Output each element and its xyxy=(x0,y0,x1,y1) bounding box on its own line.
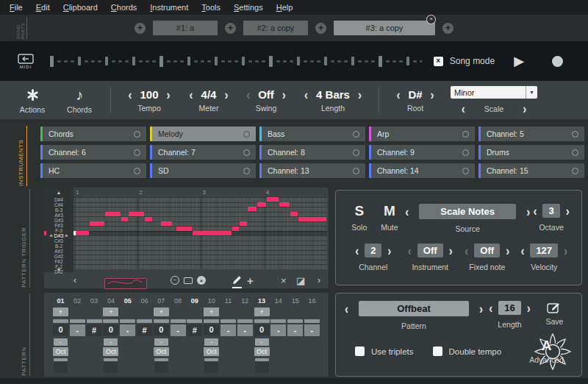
step-note-up-button[interactable]: + xyxy=(254,307,270,316)
step-octave-button[interactable]: Oct xyxy=(103,347,118,356)
add-part-button[interactable]: + xyxy=(442,23,453,34)
step-accent-bar[interactable] xyxy=(171,319,186,323)
octave-increase-icon[interactable]: › xyxy=(566,204,570,218)
part-tab-1[interactable]: #1: a xyxy=(153,21,218,35)
tempo-decrease-icon[interactable]: ‹ xyxy=(128,88,132,102)
step-note-up-button[interactable]: + xyxy=(53,307,68,316)
step-value[interactable]: # xyxy=(137,324,152,336)
add-part-button[interactable]: + xyxy=(315,23,326,34)
menu-item-chords[interactable]: Chords xyxy=(104,1,143,13)
step-velocity-slider[interactable] xyxy=(104,358,118,361)
pencil-tool-icon[interactable] xyxy=(232,272,242,288)
step-velocity-box[interactable] xyxy=(204,362,218,373)
channel-decrease-icon[interactable]: ‹ xyxy=(355,243,359,257)
step-value[interactable]: 0 xyxy=(254,324,270,335)
step-note-up-button[interactable]: + xyxy=(154,307,169,316)
channel-increase-icon[interactable]: › xyxy=(387,243,391,257)
pattern-minimap[interactable] xyxy=(104,275,147,291)
midi-note[interactable] xyxy=(290,212,298,216)
part-tab-3[interactable]: #3: a copy× xyxy=(334,21,435,35)
step-accent-bar[interactable] xyxy=(137,319,152,323)
velocity-value[interactable]: 127 xyxy=(530,243,558,257)
move-tool-icon[interactable]: + xyxy=(247,272,254,288)
step-note-down-button[interactable]: - xyxy=(104,338,118,346)
meter-increase-icon[interactable]: › xyxy=(224,88,228,102)
note-label[interactable]: A#3 xyxy=(44,213,74,218)
step-value[interactable]: - xyxy=(171,324,186,336)
solo-button[interactable]: S Solo xyxy=(345,204,374,232)
pattern-length-decrease-icon[interactable]: ‹ xyxy=(489,301,492,315)
instrument-tile-channel-8[interactable]: Channel: 8 xyxy=(259,145,365,160)
midi-note[interactable] xyxy=(105,212,121,216)
scale-dropdown[interactable]: Minor ▾ xyxy=(451,86,537,99)
step-note-down-button[interactable]: - xyxy=(154,338,168,346)
instrument-tile-channel-14[interactable]: Channel: 14 xyxy=(369,163,475,178)
midi-note[interactable] xyxy=(279,202,290,207)
fixed-note-value[interactable]: Off xyxy=(474,243,500,257)
velocity-decrease-icon[interactable]: ‹ xyxy=(520,243,524,257)
add-part-button[interactable]: + xyxy=(135,23,146,34)
step-note-down-button[interactable]: - xyxy=(255,338,269,346)
scroll-left-icon[interactable]: ‹ xyxy=(74,272,76,288)
source-next-icon[interactable]: › xyxy=(526,205,530,218)
midi-note[interactable] xyxy=(161,221,172,226)
menu-item-tools[interactable]: Tools xyxy=(195,1,227,13)
step-value[interactable]: 0 xyxy=(103,324,118,335)
instrument-tile-channel-9[interactable]: Channel: 9 xyxy=(369,145,475,160)
step-accent-bar[interactable] xyxy=(87,319,102,323)
menu-item-instrument[interactable]: Instrument xyxy=(143,1,195,13)
menu-item-edit[interactable]: Edit xyxy=(29,1,57,13)
note-label[interactable]: F#2 xyxy=(44,259,74,264)
instrument-tile-chords[interactable]: Chords xyxy=(40,127,146,141)
menu-item-file[interactable]: File xyxy=(3,1,29,13)
scroll-up-icon[interactable]: ▲ xyxy=(44,190,74,195)
channel-value[interactable]: 2 xyxy=(365,243,381,257)
actions-button[interactable]: Actions xyxy=(9,86,56,114)
scale-previous-icon[interactable]: ‹ xyxy=(462,102,465,115)
step-accent-bar[interactable] xyxy=(270,319,286,323)
step-octave-button[interactable]: Oct xyxy=(204,347,219,356)
midi-note[interactable] xyxy=(267,197,279,202)
fixed-note-previous-icon[interactable]: ‹ xyxy=(465,243,468,257)
step-note-up-button[interactable]: + xyxy=(204,307,219,316)
step-value[interactable]: - xyxy=(237,324,253,336)
jump-to-notes-icon[interactable]: ▲ xyxy=(197,272,206,288)
midi-import-button[interactable]: MIDI xyxy=(13,54,38,69)
step-value[interactable]: 0 xyxy=(154,324,169,335)
midi-note[interactable] xyxy=(121,217,129,221)
step-octave-button[interactable]: Oct xyxy=(154,347,169,356)
step-velocity-slider[interactable] xyxy=(204,358,218,361)
song-timeline[interactable] xyxy=(50,54,422,68)
scroll-right-icon[interactable]: › xyxy=(318,272,320,288)
step-value[interactable]: - xyxy=(270,324,286,336)
pattern-next-icon[interactable]: › xyxy=(479,302,483,316)
record-button[interactable] xyxy=(552,56,563,67)
fit-view-icon[interactable] xyxy=(184,272,193,288)
instrument-tile-drums[interactable]: Drums xyxy=(478,145,584,160)
step-value[interactable]: - xyxy=(120,324,135,336)
close-part-icon[interactable]: × xyxy=(426,15,436,24)
step-velocity-slider[interactable] xyxy=(154,358,168,361)
instrument-tile-hc[interactable]: HC xyxy=(40,163,146,178)
step-velocity-box[interactable] xyxy=(154,362,168,373)
note-label[interactable]: G#3 xyxy=(44,218,74,223)
delete-notes-icon[interactable]: × xyxy=(281,272,287,288)
length-increase-icon[interactable]: › xyxy=(358,88,362,102)
step-velocity-box[interactable] xyxy=(255,362,269,373)
use-triplets-checkbox[interactable] xyxy=(355,346,365,356)
chords-button[interactable]: ♪ Chords xyxy=(56,86,103,114)
step-accent-bar[interactable] xyxy=(187,319,202,323)
length-decrease-icon[interactable]: ‹ xyxy=(304,88,308,102)
step-note-up-button[interactable]: + xyxy=(103,307,118,316)
note-grid[interactable] xyxy=(74,197,327,269)
midi-note[interactable] xyxy=(90,221,105,226)
song-mode-checkbox[interactable]: × xyxy=(434,57,443,66)
double-tempo-toggle[interactable]: Double tempo xyxy=(433,346,502,356)
step-value[interactable]: - xyxy=(70,324,85,336)
instrument-tile-melody[interactable]: Melody xyxy=(150,127,256,141)
invert-selection-icon[interactable]: ◪ xyxy=(296,272,305,288)
step-velocity-box[interactable] xyxy=(54,362,68,373)
step-value[interactable]: - xyxy=(304,324,320,336)
instrument-tile-arp[interactable]: Arp xyxy=(369,127,475,141)
pattern-previous-icon[interactable]: ‹ xyxy=(345,302,348,316)
